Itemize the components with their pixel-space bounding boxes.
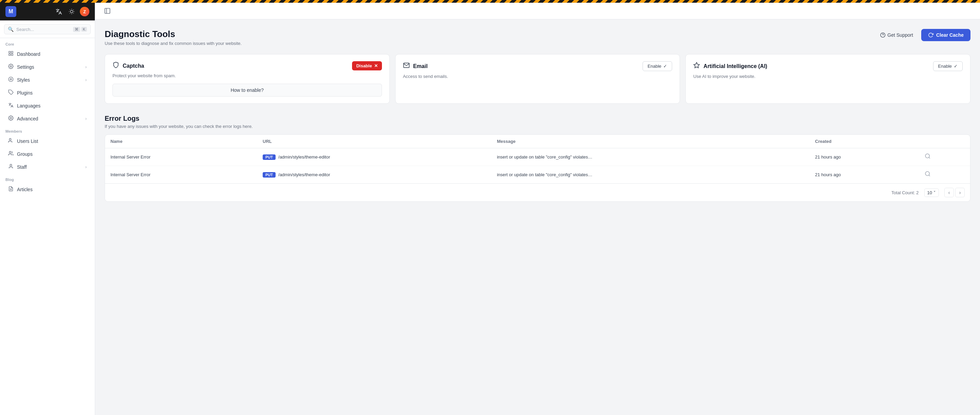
captcha-disable-label: Disable (356, 63, 372, 69)
sidebar: M Z 🔍 Search... ⌘ K Core Dashboa (0, 3, 95, 415)
table-footer: Total Count: 2 10 ˅ ‹ › (105, 184, 970, 201)
chevron-right-icon: › (85, 65, 87, 69)
settings-icon (8, 64, 14, 70)
sidebar-item-settings[interactable]: Settings › (3, 61, 92, 73)
svg-point-19 (926, 171, 930, 176)
ai-icon (693, 62, 700, 70)
error-logs-table-wrapper: Name URL Message Created Internal Server… (105, 134, 970, 202)
app-logo[interactable]: M (5, 6, 16, 17)
sidebar-section-core: Core (0, 38, 95, 48)
captcha-icon (113, 62, 119, 70)
chevron-right-icon-staff: › (85, 164, 87, 169)
sidebar-item-languages[interactable]: Languages (3, 100, 92, 112)
col-actions (919, 135, 970, 148)
svg-line-20 (929, 175, 930, 176)
clear-cache-label: Clear Cache (936, 32, 964, 38)
user-avatar[interactable]: Z (80, 7, 89, 16)
svg-rect-3 (11, 54, 13, 56)
email-enable-button[interactable]: Enable ✓ (643, 61, 672, 71)
per-page-chevron: ˅ (934, 190, 936, 195)
theme-toggle-icon[interactable] (67, 7, 76, 16)
advanced-icon (8, 115, 14, 122)
cell-url: PUT /admin/styles/theme-editor (257, 148, 492, 166)
prev-page-button[interactable]: ‹ (944, 188, 954, 197)
users-icon (8, 138, 14, 145)
sidebar-label-languages: Languages (17, 103, 40, 109)
search-placeholder: Search... (16, 27, 70, 32)
cell-message: insert or update on table "core_config" … (492, 148, 810, 166)
method-badge: PUT (262, 155, 275, 160)
col-created: Created (810, 135, 920, 148)
toggle-sidebar-button[interactable] (102, 5, 113, 16)
per-page-value: 10 (928, 190, 932, 195)
url-value: /admin/styles/theme-editor (278, 172, 330, 177)
ai-subtitle: Use AI to improve your website. (693, 74, 963, 79)
captcha-disable-button[interactable]: Disable ✕ (352, 61, 382, 70)
page-title-area: Diagnostic Tools Use these tools to diag… (105, 29, 242, 46)
sidebar-item-users-list[interactable]: Users List (3, 135, 92, 147)
plugins-icon (8, 89, 14, 96)
get-support-button[interactable]: Get Support (876, 30, 918, 40)
sidebar-label-settings: Settings (17, 64, 34, 70)
ai-enable-label: Enable (938, 64, 952, 69)
cell-search (919, 166, 970, 184)
sidebar-item-articles[interactable]: Articles (3, 184, 92, 196)
chevron-right-icon-styles: › (85, 78, 87, 82)
hazard-bar (0, 0, 980, 3)
sidebar-item-plugins[interactable]: Plugins (3, 87, 92, 99)
sidebar-item-styles[interactable]: Styles › (3, 74, 92, 86)
clear-cache-button[interactable]: Clear Cache (921, 29, 970, 41)
search-input[interactable]: 🔍 Search... ⌘ K (4, 24, 91, 34)
row-search-icon[interactable] (924, 171, 931, 178)
error-logs-subtitle: If you have any issues with your website… (105, 124, 970, 129)
ai-enable-button[interactable]: Enable ✓ (933, 61, 963, 71)
cell-created: 21 hours ago (810, 148, 920, 166)
svg-point-8 (9, 139, 11, 140)
sidebar-item-groups[interactable]: Groups (3, 148, 92, 160)
page-subtitle: Use these tools to diagnose and fix comm… (105, 41, 242, 46)
cell-url: PUT /admin/styles/theme-editor (257, 166, 492, 184)
sidebar-item-dashboard[interactable]: Dashboard (3, 48, 92, 60)
table-row: Internal Server Error PUT /admin/styles/… (105, 166, 970, 184)
url-value: /admin/styles/theme-editor (278, 155, 330, 160)
translate-icon[interactable] (54, 7, 64, 16)
ai-card-header: Artificial Intelligence (AI) Enable ✓ (693, 61, 963, 71)
col-name: Name (105, 135, 257, 148)
email-title: Email (413, 63, 428, 69)
groups-icon (8, 151, 14, 158)
sidebar-search-area: 🔍 Search... ⌘ K (0, 21, 95, 38)
svg-rect-4 (9, 54, 11, 56)
row-search-icon[interactable] (924, 154, 931, 161)
cell-search (919, 148, 970, 166)
email-check-icon: ✓ (663, 64, 667, 69)
next-page-button[interactable]: › (955, 188, 965, 197)
email-subtitle: Access to send emails. (403, 74, 673, 79)
page-title: Diagnostic Tools (105, 29, 242, 40)
email-card-header: Email Enable ✓ (403, 61, 673, 71)
cell-message: insert or update on table "core_config" … (492, 166, 810, 184)
svg-rect-13 (105, 8, 110, 14)
chevron-right-icon-advanced: › (85, 117, 87, 121)
svg-line-18 (929, 158, 930, 158)
kbd-meta: ⌘ (73, 27, 80, 32)
email-card: Email Enable ✓ Access to send emails. (395, 54, 680, 104)
sidebar-section-blog: Blog (0, 174, 95, 183)
sidebar-label-articles: Articles (17, 187, 33, 192)
sidebar-section-members: Members (0, 125, 95, 135)
svg-point-5 (10, 65, 11, 67)
staff-icon (8, 164, 14, 171)
captcha-disable-x: ✕ (374, 63, 378, 69)
svg-point-17 (926, 154, 930, 158)
svg-point-6 (8, 77, 13, 81)
captcha-card-header: Captcha Disable ✕ (113, 61, 382, 70)
main-content: Diagnostic Tools Use these tools to diag… (95, 19, 980, 415)
sidebar-item-staff[interactable]: Staff › (3, 161, 92, 173)
captcha-how-button[interactable]: How to enable? (113, 84, 382, 97)
cell-created: 21 hours ago (810, 166, 920, 184)
languages-icon (8, 102, 14, 109)
error-logs-title: Error Logs (105, 115, 970, 123)
svg-marker-16 (694, 62, 700, 68)
sidebar-item-advanced[interactable]: Advanced › (3, 113, 92, 125)
per-page-select[interactable]: 10 ˅ (924, 188, 939, 197)
svg-point-0 (70, 10, 73, 13)
